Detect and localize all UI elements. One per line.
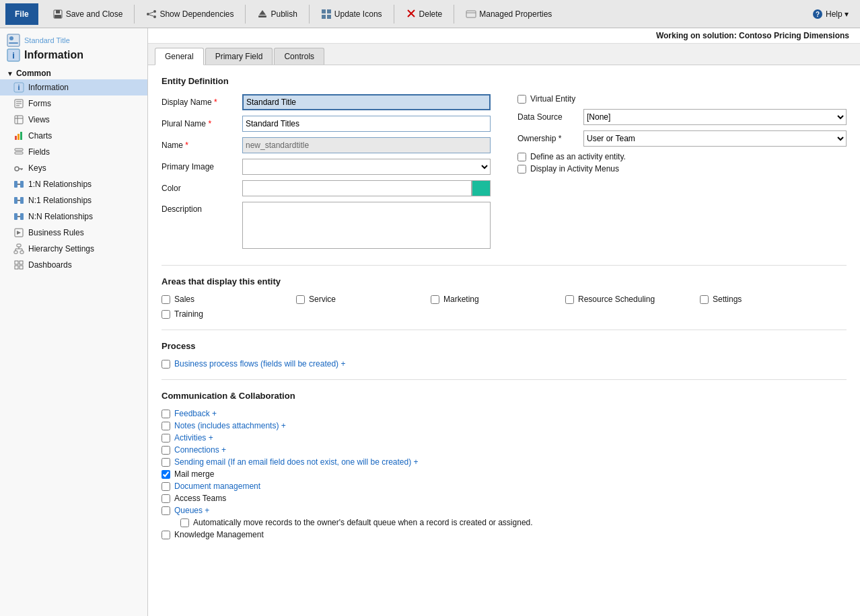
svg-rect-45 bbox=[14, 197, 17, 204]
svg-point-4 bbox=[153, 10, 156, 13]
document-mgmt-label: Document management bbox=[174, 482, 260, 491]
virtual-entity-label: Virtual Entity bbox=[530, 94, 575, 104]
sidebar-item-charts[interactable]: Charts bbox=[0, 128, 147, 144]
sidebar-item-charts-label: Charts bbox=[28, 131, 52, 141]
svg-rect-49 bbox=[20, 213, 24, 220]
update-icons-button[interactable]: Update Icons bbox=[315, 5, 388, 23]
svg-rect-8 bbox=[258, 15, 266, 17]
sidebar-item-dashboards[interactable]: Dashboards bbox=[0, 257, 147, 273]
color-row: Color bbox=[162, 180, 491, 196]
primary-image-select[interactable] bbox=[242, 159, 491, 175]
description-row: Description bbox=[162, 202, 491, 249]
data-source-select[interactable]: [None] bbox=[583, 109, 847, 125]
areas-grid: Sales Service Marketing Resource Schedul… bbox=[162, 295, 847, 319]
divider-process bbox=[162, 330, 847, 330]
sidebar-item-business-rules[interactable]: Business Rules bbox=[0, 225, 147, 241]
dashboards-icon bbox=[13, 260, 24, 270]
entity-right: Virtual Entity Data Source [None] Owners… bbox=[517, 94, 847, 254]
sidebar-item-keys[interactable]: Keys bbox=[0, 160, 147, 176]
queues-checkbox[interactable] bbox=[162, 506, 170, 515]
area-resource-scheduling-checkbox[interactable] bbox=[565, 295, 574, 304]
svg-point-39 bbox=[15, 167, 19, 171]
svg-rect-48 bbox=[14, 213, 17, 220]
virtual-entity-checkbox[interactable] bbox=[517, 95, 526, 104]
file-button[interactable]: File bbox=[5, 3, 38, 25]
save-close-button[interactable]: Save and Close bbox=[46, 5, 129, 23]
plural-name-input[interactable] bbox=[242, 116, 491, 132]
sidebar-item-1n-label: 1:N Relationships bbox=[28, 180, 92, 189]
tab-general[interactable]: General bbox=[155, 48, 204, 65]
area-marketing-checkbox[interactable] bbox=[431, 295, 439, 304]
tab-primary-field[interactable]: Primary Field bbox=[205, 48, 273, 65]
divider bbox=[134, 5, 135, 24]
mail-merge-checkbox[interactable] bbox=[162, 470, 170, 479]
mail-merge-row: Mail merge bbox=[162, 469, 847, 479]
delete-button[interactable]: Delete bbox=[400, 5, 449, 23]
area-settings-checkbox[interactable] bbox=[700, 295, 709, 304]
svg-rect-42 bbox=[14, 181, 17, 188]
area-training-checkbox[interactable] bbox=[162, 310, 170, 319]
document-mgmt-checkbox[interactable] bbox=[162, 482, 170, 491]
name-input[interactable] bbox=[242, 137, 491, 153]
publish-label: Publish bbox=[271, 9, 297, 19]
bpf-checkbox[interactable] bbox=[162, 360, 170, 369]
update-icons-label: Update Icons bbox=[334, 9, 382, 19]
feedback-checkbox[interactable] bbox=[162, 410, 170, 418]
auto-move-checkbox[interactable] bbox=[180, 518, 189, 527]
1n-icon bbox=[13, 179, 24, 190]
access-teams-row: Access Teams bbox=[162, 494, 847, 503]
sending-email-checkbox[interactable] bbox=[162, 458, 170, 467]
sidebar-item-fields[interactable]: Fields bbox=[0, 144, 147, 160]
svg-rect-46 bbox=[20, 197, 24, 204]
forms-icon bbox=[13, 98, 24, 109]
plural-name-row: Plural Name * bbox=[162, 116, 491, 132]
sidebar-item-views[interactable]: Views bbox=[0, 112, 147, 128]
area-marketing: Marketing bbox=[431, 295, 538, 304]
define-activity-checkbox[interactable] bbox=[517, 153, 526, 161]
display-name-input[interactable] bbox=[242, 94, 491, 110]
comm-heading: Communication & Collaboration bbox=[162, 391, 847, 401]
area-resource-scheduling-label: Resource Scheduling bbox=[578, 295, 655, 304]
auto-move-label: Automatically move records to the owner'… bbox=[193, 518, 533, 527]
svg-rect-2 bbox=[55, 15, 61, 18]
access-teams-checkbox[interactable] bbox=[162, 494, 170, 503]
connections-checkbox[interactable] bbox=[162, 446, 170, 455]
svg-rect-60 bbox=[15, 261, 18, 264]
sidebar-item-fields-label: Fields bbox=[28, 147, 50, 157]
managed-props-button[interactable]: Managed Properties bbox=[460, 5, 558, 23]
tab-controls[interactable]: Controls bbox=[274, 48, 324, 65]
svg-text:i: i bbox=[17, 83, 20, 91]
ownership-label: Ownership * bbox=[517, 134, 578, 143]
sidebar-item-hierarchy-settings[interactable]: Hierarchy Settings bbox=[0, 241, 147, 257]
svg-rect-12 bbox=[322, 15, 326, 19]
activities-checkbox[interactable] bbox=[162, 434, 170, 442]
show-deps-label: Show Dependencies bbox=[159, 9, 234, 19]
sidebar-item-1n-relationships[interactable]: 1:N Relationships bbox=[0, 176, 147, 192]
notes-checkbox[interactable] bbox=[162, 422, 170, 430]
ownership-row: Ownership * User or Team bbox=[517, 130, 847, 147]
area-sales-checkbox[interactable] bbox=[162, 295, 170, 304]
display-activity-checkbox[interactable] bbox=[517, 165, 526, 174]
knowledge-mgmt-checkbox[interactable] bbox=[162, 531, 170, 539]
color-input[interactable] bbox=[242, 180, 472, 196]
help-button[interactable]: ? Help ▾ bbox=[806, 5, 855, 23]
sidebar-item-n1-relationships[interactable]: N:1 Relationships bbox=[0, 192, 147, 208]
svg-line-7 bbox=[149, 15, 153, 16]
connections-row: Connections + bbox=[162, 445, 847, 455]
show-deps-button[interactable]: Show Dependencies bbox=[140, 5, 240, 23]
sidebar-breadcrumb: Standard Title bbox=[24, 36, 70, 44]
publish-button[interactable]: Publish bbox=[251, 5, 303, 23]
area-service-label: Service bbox=[309, 295, 336, 304]
knowledge-mgmt-label: Knowledge Management bbox=[174, 530, 264, 539]
sidebar-item-forms[interactable]: Forms bbox=[0, 95, 147, 112]
feedback-label: Feedback + bbox=[174, 409, 217, 418]
area-service-checkbox[interactable] bbox=[296, 295, 305, 304]
ownership-select[interactable]: User or Team bbox=[583, 130, 847, 147]
description-textarea[interactable] bbox=[242, 202, 491, 249]
sidebar-item-nn-relationships[interactable]: N:N Relationships bbox=[0, 208, 147, 225]
sidebar-item-information[interactable]: i Information bbox=[0, 79, 147, 95]
svg-rect-63 bbox=[20, 266, 23, 269]
managed-props-icon bbox=[466, 9, 476, 20]
color-swatch[interactable] bbox=[472, 180, 491, 196]
activities-label: Activities + bbox=[174, 433, 213, 442]
